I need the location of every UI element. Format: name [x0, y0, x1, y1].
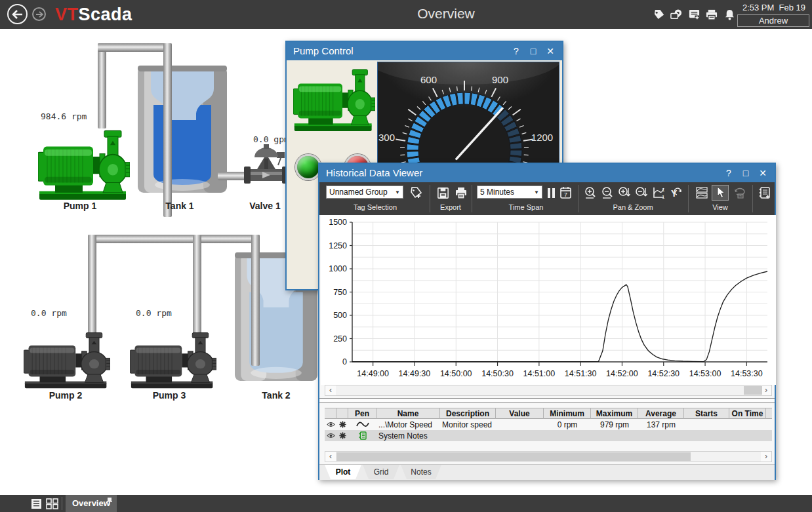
pump-2-graphic[interactable] — [24, 330, 110, 389]
group-label-time-span: Time Span — [477, 203, 575, 212]
hdv-toolbar: Unnamed Group▼ 5 Minutes▼ 7 — [319, 182, 775, 215]
pump-3-caption: Pump 3 — [140, 390, 199, 401]
visibility-eye-icon[interactable] — [325, 419, 336, 430]
scrollbar-thumb[interactable] — [744, 386, 762, 395]
user-menu[interactable]: Andrew — [737, 14, 809, 27]
column-header[interactable]: Description — [440, 408, 496, 419]
close-button[interactable]: ✕ — [755, 164, 771, 182]
reset-zoom-button[interactable]: 11 — [650, 185, 667, 201]
tag-icon[interactable] — [652, 8, 665, 21]
tag-select-button[interactable] — [407, 185, 424, 201]
notes-add-icon[interactable] — [687, 8, 700, 21]
svg-text:14:53:30: 14:53:30 — [731, 369, 763, 378]
pump-3-graphic[interactable] — [130, 330, 216, 389]
clock: 2:53 PM Feb 19 — [740, 3, 808, 12]
svg-text:1250: 1250 — [329, 241, 347, 250]
svg-text:7: 7 — [563, 191, 567, 198]
tab-notes[interactable]: Notes — [401, 465, 441, 479]
pen-table: PenNameDescriptionValueMinimumMaximumAve… — [325, 408, 772, 441]
tank-1-caption: Tank 1 — [150, 201, 209, 211]
plot-horizontal-scrollbar[interactable]: ‹ › — [325, 385, 772, 396]
help-button[interactable]: ? — [721, 164, 737, 182]
cell-average: 137 rpm — [638, 419, 684, 430]
pause-button[interactable] — [548, 188, 555, 198]
export-save-button[interactable] — [435, 185, 451, 201]
notebook-button[interactable] — [756, 185, 773, 201]
tab-grid[interactable]: Grid — [363, 465, 399, 479]
zoom-in-button[interactable] — [582, 185, 599, 201]
column-header[interactable]: Pen — [348, 408, 376, 419]
pump-control-titlebar[interactable]: Pump Control ? □ ✕ — [287, 42, 562, 60]
stacked-plots-icon — [695, 186, 709, 200]
pump-1-graphic[interactable] — [38, 128, 130, 201]
column-header[interactable]: Value — [496, 408, 544, 419]
column-header[interactable] — [336, 408, 348, 419]
alarm-bell-icon[interactable] — [723, 8, 736, 21]
column-header[interactable] — [325, 408, 336, 419]
scroll-left-arrow[interactable]: ‹ — [325, 385, 336, 395]
column-header[interactable]: Average — [638, 408, 684, 419]
print-icon[interactable] — [705, 8, 718, 21]
zoom-out-button[interactable] — [599, 185, 616, 201]
pen-table-row[interactable]: ...\Motor SpeedMonitor speed0 rpm979 rpm… — [325, 419, 772, 430]
maximize-button[interactable]: □ — [738, 164, 754, 182]
export-print-button[interactable] — [453, 185, 469, 201]
taskbar-tab-overview[interactable]: Overview — [66, 495, 117, 512]
pen-settings-gear-icon[interactable] — [336, 419, 348, 430]
stacked-plots-button[interactable] — [693, 185, 710, 201]
pump-3-speed-value: 0.0 rpm — [136, 308, 172, 318]
tag-group-value: Unnamed Group — [329, 187, 388, 197]
hdv-titlebar[interactable]: Historical Data Viewer ? □ ✕ — [319, 164, 775, 182]
zoom-out-vertical-button[interactable] — [633, 185, 650, 201]
maximize-button[interactable]: □ — [525, 42, 541, 60]
rotate-view-button[interactable]: 180 — [731, 185, 748, 201]
svg-text:180: 180 — [738, 195, 743, 198]
cell-description: Monitor speed — [440, 419, 496, 430]
tag-group-dropdown[interactable]: Unnamed Group▼ — [326, 186, 403, 199]
column-header[interactable]: Name — [376, 408, 440, 419]
scroll-right-arrow[interactable]: › — [761, 452, 771, 462]
trend-plot-area[interactable]: 025050075010001250150014:49:0014:49:3014… — [321, 215, 776, 385]
column-header[interactable]: Starts — [684, 408, 729, 419]
pipe — [193, 235, 201, 334]
valve-1-graphic[interactable] — [244, 139, 289, 190]
pen-table-row[interactable]: System Notes — [325, 430, 772, 441]
svg-text:14:51:00: 14:51:00 — [523, 369, 556, 378]
pin-icon[interactable] — [106, 497, 113, 505]
page-list-button[interactable] — [29, 497, 43, 510]
display-settings-icon[interactable] — [670, 8, 683, 21]
column-header[interactable]: Maximum — [591, 408, 638, 419]
reset-y-axis-button[interactable]: Y — [667, 185, 684, 201]
pen-line-style-icon[interactable] — [348, 419, 376, 430]
column-header[interactable]: Minimum — [544, 408, 591, 419]
visibility-eye-icon[interactable] — [325, 430, 336, 441]
zoom-in-icon — [583, 186, 598, 200]
back-button[interactable] — [7, 4, 28, 24]
svg-text:1200: 1200 — [531, 132, 553, 143]
table-horizontal-scrollbar[interactable]: ‹ › — [325, 451, 772, 462]
calendar-button[interactable]: 7 — [557, 185, 574, 201]
scroll-left-arrow[interactable]: ‹ — [325, 452, 336, 462]
close-button[interactable]: ✕ — [542, 42, 558, 60]
vtscada-application: VTScada Overview 2:53 PM Feb 19 Andrew — [0, 0, 812, 512]
pen-settings-gear-icon[interactable] — [336, 430, 348, 441]
scroll-right-arrow[interactable]: › — [761, 385, 771, 395]
group-label-tag-selection: Tag Selection — [326, 203, 424, 212]
pointer-mode-button[interactable] — [712, 185, 729, 201]
forward-button[interactable] — [32, 7, 46, 21]
column-header[interactable]: On Time — [729, 408, 766, 419]
time-span-dropdown[interactable]: 5 Minutes▼ — [477, 186, 542, 199]
pipe — [88, 235, 96, 334]
page-grid-button[interactable] — [45, 497, 59, 510]
zoom-in-vertical-button[interactable] — [616, 185, 633, 201]
cell-starts — [684, 419, 729, 430]
pump-start-button[interactable] — [295, 154, 321, 180]
system-notes-icon[interactable] — [348, 430, 376, 441]
cell-value — [496, 430, 544, 441]
logo-scada: Scada — [79, 5, 132, 24]
scrollbar-thumb[interactable] — [336, 452, 691, 461]
vtscada-logo: VTScada — [55, 5, 132, 25]
hdv-title: Historical Data Viewer — [326, 167, 422, 178]
help-button[interactable]: ? — [508, 42, 524, 60]
tab-plot[interactable]: Plot — [325, 465, 361, 479]
